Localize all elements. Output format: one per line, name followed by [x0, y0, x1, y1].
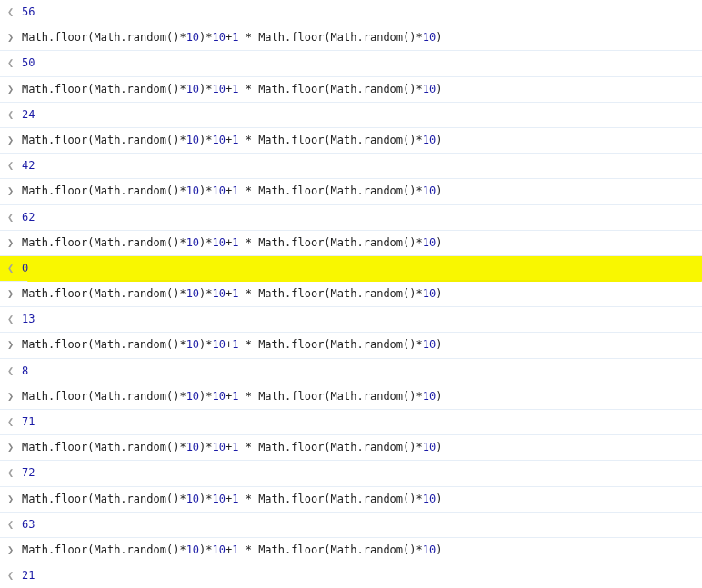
console-output-row[interactable]: ❮24	[0, 103, 702, 128]
output-arrow-icon: ❮	[7, 414, 22, 431]
input-prompt-icon: ❯	[7, 234, 22, 252]
console-output-row[interactable]: ❮63	[0, 513, 702, 538]
code-segment: )	[436, 543, 442, 556]
code-segment: Math.floor(Math.random()*	[22, 236, 186, 249]
code-segment: )	[436, 134, 442, 146]
code-segment: Math.floor(Math.random()*	[22, 83, 186, 95]
console-input-row[interactable]: ❯Math.floor(Math.random()*10)*10+1 * Mat…	[0, 25, 702, 51]
code-segment: )*	[199, 543, 212, 556]
console-output-value: 71	[22, 414, 695, 431]
code-segment: Math.floor(Math.random()*	[22, 287, 186, 300]
code-number: 10	[213, 441, 226, 453]
input-prompt-icon: ❯	[7, 388, 22, 405]
code-segment: * Math.floor(Math.random()*	[238, 441, 422, 453]
code-segment: Math.floor(Math.random()*	[22, 338, 186, 351]
input-prompt-icon: ❯	[7, 542, 22, 559]
code-number: 10	[423, 287, 436, 300]
code-segment: )	[436, 83, 442, 95]
console-output-row[interactable]: ❮21	[0, 563, 702, 588]
input-prompt-icon: ❯	[7, 336, 22, 354]
code-segment: )*	[199, 134, 212, 146]
console-input-row[interactable]: ❯Math.floor(Math.random()*10)*10+1 * Mat…	[0, 231, 702, 256]
input-prompt-icon: ❯	[7, 183, 22, 200]
code-segment: )	[436, 236, 442, 249]
code-segment: Math.floor(Math.random()*	[22, 493, 186, 505]
output-arrow-icon: ❮	[7, 55, 22, 72]
console-input-row[interactable]: ❯Math.floor(Math.random()*10)*10+1 * Mat…	[0, 435, 702, 461]
input-prompt-icon: ❯	[7, 285, 22, 303]
code-number: 10	[186, 287, 199, 300]
console-input-code: Math.floor(Math.random()*10)*10+1 * Math…	[22, 183, 695, 200]
code-segment: )*	[199, 31, 212, 44]
console-input-row[interactable]: ❯Math.floor(Math.random()*10)*10+1 * Mat…	[0, 77, 702, 103]
code-segment: )*	[199, 338, 212, 351]
output-arrow-icon: ❮	[7, 4, 22, 21]
console-output-value: 0	[22, 260, 695, 277]
code-segment: )	[436, 493, 442, 505]
console-output-row-highlighted[interactable]: ❮0	[0, 256, 702, 282]
input-prompt-icon: ❯	[7, 81, 22, 98]
console-input-row[interactable]: ❯Math.floor(Math.random()*10)*10+1 * Mat…	[0, 179, 702, 204]
console-input-row[interactable]: ❯Math.floor(Math.random()*10)*10+1 * Mat…	[0, 128, 702, 154]
console-input-code: Math.floor(Math.random()*10)*10+1 * Math…	[22, 388, 695, 405]
console-input-row[interactable]: ❯Math.floor(Math.random()*10)*10+1 * Mat…	[0, 384, 702, 410]
console-input-row[interactable]: ❯Math.floor(Math.random()*10)*10+1 * Mat…	[0, 282, 702, 307]
console-input-row[interactable]: ❯Math.floor(Math.random()*10)*10+1 * Mat…	[0, 487, 702, 513]
code-segment: )	[436, 287, 442, 300]
console-output-value: 56	[22, 4, 695, 21]
console-output-value: 42	[22, 157, 695, 174]
code-segment: )	[436, 338, 442, 351]
code-number: 10	[213, 134, 226, 146]
console-output-row[interactable]: ❮13	[0, 307, 702, 333]
code-number: 10	[213, 338, 226, 351]
console-input-code: Math.floor(Math.random()*10)*10+1 * Math…	[22, 132, 695, 149]
console-output-row[interactable]: ❮72	[0, 461, 702, 486]
code-number: 10	[423, 31, 436, 44]
code-segment: Math.floor(Math.random()*	[22, 441, 186, 453]
code-number: 10	[423, 236, 436, 249]
devtools-console[interactable]: ❮56❯Math.floor(Math.random()*10)*10+1 * …	[0, 0, 702, 588]
console-output-row[interactable]: ❮42	[0, 154, 702, 179]
code-number: 10	[186, 134, 199, 146]
output-arrow-icon: ❮	[7, 157, 22, 174]
code-number: 10	[186, 338, 199, 351]
code-segment: Math.floor(Math.random()*	[22, 543, 186, 556]
code-segment: * Math.floor(Math.random()*	[238, 338, 422, 351]
output-arrow-icon: ❮	[7, 106, 22, 124]
console-input-code: Math.floor(Math.random()*10)*10+1 * Math…	[22, 285, 695, 303]
input-prompt-icon: ❯	[7, 439, 22, 456]
code-number: 10	[213, 390, 226, 403]
code-number: 10	[213, 83, 226, 95]
code-segment: )*	[199, 83, 212, 95]
console-input-code: Math.floor(Math.random()*10)*10+1 * Math…	[22, 29, 695, 46]
console-output-value: 21	[22, 567, 695, 584]
code-number: 10	[186, 390, 199, 403]
code-segment: )	[436, 390, 442, 403]
console-output-row[interactable]: ❮50	[0, 51, 702, 76]
code-number: 10	[186, 236, 199, 249]
console-input-code: Math.floor(Math.random()*10)*10+1 * Math…	[22, 491, 695, 508]
console-input-code: Math.floor(Math.random()*10)*10+1 * Math…	[22, 439, 695, 456]
code-number: 10	[423, 134, 436, 146]
console-output-row[interactable]: ❮71	[0, 410, 702, 435]
code-segment: * Math.floor(Math.random()*	[238, 543, 422, 556]
console-input-code: Math.floor(Math.random()*10)*10+1 * Math…	[22, 542, 695, 559]
output-arrow-icon: ❮	[7, 567, 22, 584]
console-input-row[interactable]: ❯Math.floor(Math.random()*10)*10+1 * Mat…	[0, 333, 702, 358]
code-number: 10	[423, 390, 436, 403]
code-number: 10	[213, 31, 226, 44]
console-output-row[interactable]: ❮56	[0, 0, 702, 25]
code-number: 10	[423, 338, 436, 351]
output-arrow-icon: ❮	[7, 260, 22, 277]
code-segment: * Math.floor(Math.random()*	[238, 31, 422, 44]
console-input-row[interactable]: ❯Math.floor(Math.random()*10)*10+1 * Mat…	[0, 538, 702, 563]
console-output-row[interactable]: ❮62	[0, 205, 702, 231]
code-number: 10	[186, 31, 199, 44]
input-prompt-icon: ❯	[7, 491, 22, 508]
code-number: 10	[213, 236, 226, 249]
code-segment: * Math.floor(Math.random()*	[238, 83, 422, 95]
code-number: 10	[213, 184, 226, 197]
console-output-row[interactable]: ❮8	[0, 359, 702, 384]
code-segment: Math.floor(Math.random()*	[22, 31, 186, 44]
output-arrow-icon: ❮	[7, 311, 22, 328]
